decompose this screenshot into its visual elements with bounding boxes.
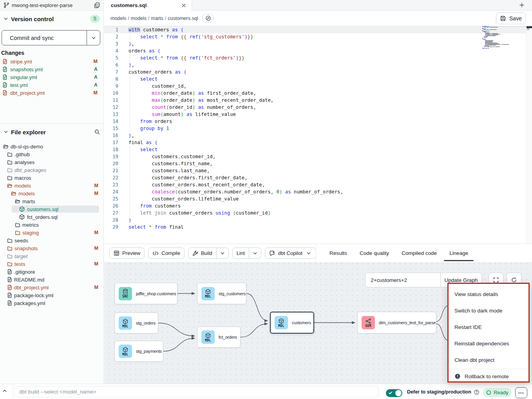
file-tree-item-seeds[interactable]: seeds [0,237,104,244]
file-tree-item-metrics[interactable]: metrics [0,221,104,229]
menu-item-clean-dbt-project[interactable]: Clean dbt project [449,352,528,368]
breadcrumb-segment[interactable]: marts [151,16,163,21]
file-icon [2,90,7,96]
code-line: 5 select * from {{ ref('fct_orders')}} [104,54,532,61]
file-tree-item-readme-md[interactable]: README.md [0,276,104,283]
file-tree-item-dbt-packages[interactable]: dbt_packages [0,166,104,174]
code-line: 7customer_orders as ( [104,69,532,76]
tab-code-quality[interactable]: Code quality [353,244,395,262]
file-icon [2,67,7,72]
menu-item-switch-to-dark-mode[interactable]: Switch to dark mode [449,302,528,319]
code-line: 21 customers.last_name, [104,167,532,174]
node-label: jaffle_shop.customers [136,291,176,296]
menu-item-rollback-to-remote[interactable]: Rollback to remote [449,369,528,383]
file-tree-item-snapshots[interactable]: snapshotsM [0,244,104,252]
lineage-node-stgc[interactable]: MDLstg_customers [197,283,246,304]
menu-item-label: Restart IDE [454,324,482,330]
compile-button[interactable]: Compile [148,247,185,259]
file-tree-item-db-sl-qs-demo[interactable]: db-sl-qs-demo [0,143,104,150]
editor-scrollbar[interactable] [527,26,532,244]
lineage-search-input[interactable]: 2+customers+2 [366,277,440,283]
more-options-button[interactable]: ••• [515,387,527,398]
version-control-header[interactable]: Version control 5 [0,11,103,27]
node-badge: SEM [362,316,375,329]
lineage-node-jaffle[interactable]: SRCjaffle_shop.customers [114,283,177,304]
file-tree-item-dbt-project-yml[interactable]: dbt_project.ymlM [0,283,104,291]
close-icon[interactable] [181,3,186,8]
tab-compiled-code[interactable]: Compiled code [395,244,443,262]
copy-icon[interactable] [94,2,100,8]
toggle-knob [395,390,402,396]
changed-file-row[interactable]: stripe.ymlM [0,58,104,65]
code-line: 19 customers.customer_id, [104,153,532,160]
file-tree-item-models[interactable]: modelsM [0,190,104,197]
expand-command-icon[interactable] [2,388,7,393]
menu-item-view-status-details[interactable]: View status details [449,286,528,302]
changed-file-row[interactable]: test.ymlA [0,81,104,89]
statusbar-divider [12,384,13,399]
code-editor[interactable]: 1with customers as (2 select * from {{ r… [104,26,532,244]
node-label: dim_customers_test_for_parse [379,320,436,325]
changed-file-name: dbt_project.yml [10,90,45,96]
preview-button[interactable]: Preview [109,247,145,259]
dbt-copilot-button[interactable]: dbt Copilot [265,247,316,259]
breadcrumb-segment[interactable]: customers.sql [168,16,198,21]
help-icon[interactable] [474,389,480,395]
commit-options-chevron[interactable] [87,31,100,45]
breadcrumb-segment[interactable]: models [131,16,147,21]
command-input[interactable]: dbt build --select <model_name> [14,386,378,397]
lineage-node-cust[interactable]: MDLcustomers [270,312,314,334]
breadcrumb-bar: models/models/marts/customers.sql Save [104,11,532,26]
chevron-down-icon [4,130,8,134]
file-tree-item--gitignore[interactable]: .gitignore [0,268,104,276]
changed-file-row[interactable]: dbt_project.ymlM [0,89,104,97]
tab-customers-sql[interactable]: customers.sql [104,0,192,11]
save-icon [500,15,506,22]
tab-lineage[interactable]: Lineage [443,244,474,262]
lint-button[interactable]: Lint [232,247,261,259]
code-text: ) [128,217,131,224]
scrollbar-thumb[interactable] [527,28,529,30]
lineage-node-stgo[interactable]: MDLstg_orders [114,312,158,334]
code-line: 9 customer_id, [104,83,532,90]
changed-file-row[interactable]: singular.ymlA [0,73,104,81]
file-tree-item-packages-yml[interactable]: packages.yml [0,299,104,307]
file-tree-item-target[interactable]: target [0,252,104,260]
file-tree-item-package-lock-yml[interactable]: package-lock.yml [0,291,104,299]
menu-item-restart-ide[interactable]: Restart IDE [449,319,528,335]
file-tree-item-marts[interactable]: marts [0,197,104,205]
file-explorer-header[interactable]: File explorer [0,127,103,137]
code-line: 16), [104,132,532,139]
file-tree-item-tests[interactable]: testsM [0,260,104,268]
file-tree-item-models[interactable]: modelsM [0,182,104,190]
split-chevron[interactable] [249,248,261,258]
commit-and-sync-button[interactable]: Commit and sync [2,30,100,45]
file-tree-item--github[interactable]: .github [0,150,104,158]
menu-item-reinstall-dependencies[interactable]: Reinstall dependencies [449,335,528,352]
file-tree-item-customers-sql[interactable]: customers.sql [0,205,104,213]
changed-file-row[interactable]: snapshots.ymlA [0,65,104,73]
change-status: M [94,90,98,96]
split-chevron[interactable] [216,248,228,258]
folder-icon [7,262,13,267]
file-tree-item-analyses[interactable]: analyses [0,158,104,166]
file-tree-item-macros[interactable]: macros [0,174,104,182]
breadcrumb-segment[interactable]: models [110,16,126,21]
minimap[interactable] [482,26,526,49]
file-tree-item-staging[interactable]: stagingM [0,229,104,237]
tab-results[interactable]: Results [323,244,353,262]
copilot-explain-button[interactable] [202,14,214,23]
model-icon [122,347,128,353]
file-tree-item-fct-orders-sql[interactable]: fct_orders.sql [0,213,104,221]
line-number: 22 [104,174,118,181]
search-icon[interactable] [94,129,100,135]
breadcrumb: models/models/marts/customers.sql [110,16,198,21]
save-button[interactable]: Save [496,13,526,24]
database-icon [122,289,128,295]
build-button[interactable]: Build [188,247,229,259]
lineage-node-dim[interactable]: SEMdim_customers_test_for_parse [357,312,436,334]
lineage-node-stgp[interactable]: MDLstg_payments [114,341,163,362]
new-tab-button[interactable] [517,0,527,10]
defer-toggle[interactable] [386,389,402,397]
lineage-node-fct[interactable]: MDLfct_orders [197,327,241,348]
